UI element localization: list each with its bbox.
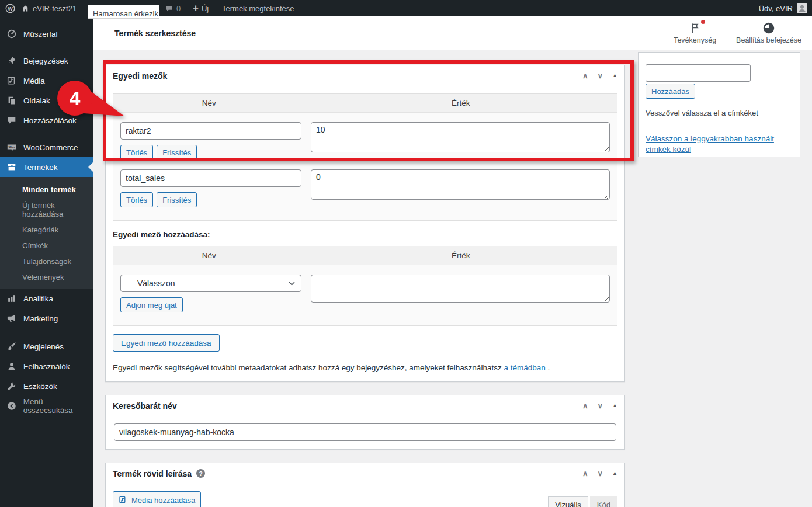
flag-icon bbox=[689, 22, 702, 34]
content-area: Termék szerkesztése Tevékenység Beállítá… bbox=[93, 16, 812, 507]
activity-button[interactable]: Tevékenység bbox=[671, 22, 719, 44]
slug-input[interactable] bbox=[114, 423, 616, 441]
pushpin-icon bbox=[6, 55, 18, 66]
media-icon bbox=[6, 75, 18, 86]
coming-soon-badge: Hamarosan érkezik bbox=[88, 5, 159, 19]
comment-icon bbox=[6, 115, 18, 126]
update-field-button[interactable]: Frissítés bbox=[157, 145, 197, 160]
collapse-toggle-icon[interactable]: ▲ bbox=[612, 403, 617, 408]
move-down-icon[interactable]: ∨ bbox=[598, 72, 603, 79]
short-description-panel: Termék rövid leírása ? ∧ ∨ ▲ Média hozzá… bbox=[105, 463, 625, 507]
collapse-toggle-icon[interactable]: ▲ bbox=[612, 471, 617, 476]
home-icon bbox=[21, 4, 30, 13]
submenu-reviews[interactable]: Vélemények bbox=[0, 269, 93, 285]
tab-code[interactable]: Kód bbox=[590, 496, 617, 507]
custom-fields-title: Egyedi mezők bbox=[113, 71, 167, 81]
slug-panel: Keresőbarát név ∧ ∨ ▲ bbox=[105, 395, 625, 450]
megaphone-icon bbox=[6, 313, 18, 324]
theme-help-link[interactable]: a témádban bbox=[504, 363, 545, 372]
plus-icon: + bbox=[193, 3, 199, 13]
view-product-link[interactable]: Termék megtekintése bbox=[222, 0, 294, 16]
collapse-toggle-icon[interactable]: ▲ bbox=[612, 73, 617, 78]
custom-field-row: Törlés Frissítés 10 bbox=[120, 119, 610, 166]
dashboard-icon bbox=[6, 29, 18, 39]
products-box-icon bbox=[6, 162, 18, 172]
submenu-tags[interactable]: Címkék bbox=[0, 238, 93, 254]
move-up-icon[interactable]: ∧ bbox=[582, 402, 588, 409]
custom-field-row: Törlés Frissítés 0 bbox=[120, 166, 610, 213]
site-name-menu[interactable]: eVIR-teszt21 bbox=[21, 0, 77, 16]
help-icon[interactable]: ? bbox=[196, 469, 205, 478]
comment-bubble-icon bbox=[165, 4, 173, 13]
sidebar-item-pages[interactable]: Oldalak bbox=[0, 91, 93, 110]
column-header-value: Érték bbox=[305, 99, 617, 107]
field-name-select[interactable]: — Válasszon — bbox=[120, 275, 301, 292]
svg-text:Woo: Woo bbox=[9, 146, 15, 149]
add-custom-field-button[interactable]: Egyedi mező hozzáadása bbox=[113, 334, 220, 352]
field-value-textarea[interactable]: 0 bbox=[311, 169, 610, 200]
new-field-value-textarea[interactable] bbox=[311, 275, 610, 303]
custom-fields-table: Név Érték Törlés Frissítés bbox=[113, 93, 617, 221]
sidebar-item-appearance[interactable]: Megjelenés bbox=[0, 336, 93, 356]
brush-icon bbox=[6, 341, 18, 352]
sidebar-item-woocommerce[interactable]: Woo WooCommerce bbox=[0, 137, 93, 157]
add-custom-field-heading: Egyedi mező hozzáadása: bbox=[113, 230, 617, 239]
new-content-menu[interactable]: + Új bbox=[193, 0, 209, 16]
account-greeting[interactable]: Üdv, eVIR bbox=[759, 4, 793, 13]
notification-dot-icon bbox=[701, 20, 705, 24]
bar-chart-icon bbox=[6, 293, 18, 304]
avatar[interactable] bbox=[797, 3, 807, 13]
column-header-name: Név bbox=[113, 99, 305, 107]
popular-tags-link[interactable]: Válasszon a leggyakrabban használt címké… bbox=[646, 134, 781, 155]
page-title: Termék szerkesztése bbox=[114, 29, 196, 38]
products-submenu: Minden termék Új termék hozzáadása Kateg… bbox=[0, 177, 93, 289]
media-icon bbox=[119, 495, 128, 505]
slug-panel-title: Keresőbarát név bbox=[113, 401, 177, 411]
sidebar-item-media[interactable]: Média bbox=[0, 71, 93, 91]
delete-field-button[interactable]: Törlés bbox=[120, 192, 153, 207]
submenu-attributes[interactable]: Tulajdonságok bbox=[0, 254, 93, 269]
sidebar-item-dashboard[interactable]: Műszerfal bbox=[0, 24, 93, 44]
submenu-all-products[interactable]: Minden termék bbox=[0, 182, 93, 197]
sidebar-item-comments[interactable]: Hozzászólások bbox=[0, 110, 93, 130]
svg-text:W: W bbox=[8, 5, 13, 11]
sidebar-item-users[interactable]: Felhasználók bbox=[0, 356, 93, 376]
update-field-button[interactable]: Frissítés bbox=[157, 192, 197, 207]
sidebar-item-tools[interactable]: Eszközök bbox=[0, 376, 93, 396]
wrench-icon bbox=[6, 381, 18, 391]
collapse-menu-button[interactable]: Menü összecsukása bbox=[0, 396, 93, 416]
tab-visual[interactable]: Vizuális bbox=[548, 496, 588, 507]
move-up-icon[interactable]: ∧ bbox=[582, 470, 588, 477]
finish-setup-button[interactable]: Beállítás befejezése bbox=[734, 22, 804, 44]
enter-new-button[interactable]: Adjon meg újat bbox=[120, 297, 183, 312]
wordpress-logo-icon[interactable]: W bbox=[5, 0, 16, 16]
move-up-icon[interactable]: ∧ bbox=[582, 72, 588, 79]
custom-fields-help: Egyedi mezők segítségével további metaad… bbox=[113, 363, 617, 372]
short-description-title: Termék rövid leírása bbox=[113, 469, 192, 478]
submenu-categories[interactable]: Kategóriák bbox=[0, 222, 93, 238]
add-media-button[interactable]: Média hozzáadása bbox=[113, 491, 201, 507]
sidebar-item-products[interactable]: Termékek bbox=[0, 157, 93, 177]
chevron-down-icon bbox=[289, 282, 295, 286]
add-tag-button[interactable]: Hozzáadás bbox=[646, 84, 695, 99]
tag-input[interactable] bbox=[646, 64, 751, 82]
sidebar-item-analytics[interactable]: Analitika bbox=[0, 289, 93, 308]
woocommerce-icon: Woo bbox=[6, 142, 18, 152]
page-header: Termék szerkesztése Tevékenység Beállítá… bbox=[93, 16, 812, 50]
delete-field-button[interactable]: Törlés bbox=[120, 145, 153, 160]
field-name-input[interactable] bbox=[120, 122, 301, 140]
custom-fields-panel: Egyedi mezők ∧ ∨ ▲ Név Érték bbox=[105, 65, 625, 382]
field-value-textarea[interactable]: 10 bbox=[311, 122, 610, 152]
submenu-add-product[interactable]: Új termék hozzáadása bbox=[0, 197, 93, 222]
pages-icon bbox=[6, 95, 18, 106]
comments-menu[interactable]: 0 bbox=[165, 0, 181, 16]
move-down-icon[interactable]: ∨ bbox=[598, 470, 603, 477]
move-down-icon[interactable]: ∨ bbox=[598, 402, 603, 409]
sidebar-item-posts[interactable]: Bejegyzések bbox=[0, 51, 93, 71]
field-name-input[interactable] bbox=[120, 169, 301, 187]
sidebar-item-marketing[interactable]: Marketing bbox=[0, 308, 93, 328]
admin-sidebar: Műszerfal Bejegyzések Média Oldalak Hozz… bbox=[0, 16, 93, 507]
add-custom-field-table: Név Érték — Válasszon — Adjon me bbox=[113, 246, 617, 326]
site-name: eVIR-teszt21 bbox=[33, 4, 77, 13]
comments-count: 0 bbox=[176, 4, 181, 13]
